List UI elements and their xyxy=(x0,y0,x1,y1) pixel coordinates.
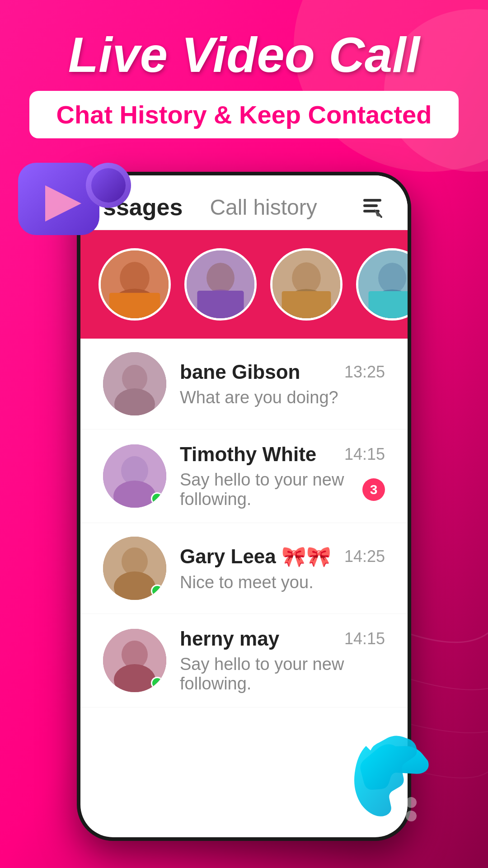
msg-preview-gary-leea: Nice to meet you. xyxy=(180,573,314,592)
msg-time-bane-gibson: 13:25 xyxy=(344,363,385,382)
msg-time-herny-may: 14:15 xyxy=(344,629,385,648)
online-indicator xyxy=(151,492,164,505)
msg-header: Gary Leea 🎀🎀 14:25 xyxy=(180,545,385,568)
subtitle-banner: Chat History & Keep Contacted xyxy=(29,91,459,138)
message-item[interactable]: Timothy White 14:15 Say hello to your ne… xyxy=(80,429,408,523)
msg-header: bane Gibson 13:25 xyxy=(180,361,385,383)
video-camera-icon xyxy=(9,145,136,262)
svg-point-33 xyxy=(122,547,148,576)
msg-preview-herny-may: Say hello to your new following. xyxy=(180,655,344,693)
svg-point-43 xyxy=(406,811,417,821)
svg-rect-8 xyxy=(363,204,378,207)
msg-content-herny-may: herny may 14:15 Say hello to your new fo… xyxy=(180,627,385,693)
svg-point-39 xyxy=(392,797,403,808)
svg-rect-7 xyxy=(363,199,381,202)
story-avatar-4[interactable] xyxy=(356,248,408,321)
svg-point-23 xyxy=(378,263,406,293)
main-title: Live Video Call xyxy=(0,27,488,82)
clear-icon[interactable] xyxy=(360,194,385,220)
avatar-herny-may xyxy=(103,629,166,692)
contact-name-bane-gibson: bane Gibson xyxy=(180,361,300,383)
svg-rect-17 xyxy=(197,291,244,318)
online-indicator xyxy=(151,677,164,689)
online-indicator xyxy=(151,585,164,597)
msg-time-timothy-white: 14:15 xyxy=(344,445,385,464)
message-item[interactable]: herny may 14:15 Say hello to your new fo… xyxy=(80,614,408,708)
msg-content-gary-leea: Gary Leea 🎀🎀 14:25 Nice to meet you. xyxy=(180,545,385,592)
svg-point-27 xyxy=(122,365,147,392)
message-list: bane Gibson 13:25 What are you doing? xyxy=(80,339,408,708)
story-avatar-2[interactable] xyxy=(184,248,257,321)
contact-name-gary-leea: Gary Leea 🎀🎀 xyxy=(180,545,331,568)
msg-header: herny may 14:15 xyxy=(180,627,385,650)
svg-point-6 xyxy=(91,168,126,203)
svg-point-40 xyxy=(406,797,417,808)
svg-rect-13 xyxy=(109,293,160,318)
contact-name-herny-may: herny may xyxy=(180,627,279,650)
svg-point-42 xyxy=(392,811,403,821)
msg-content-timothy-white: Timothy White 14:15 Say hello to your ne… xyxy=(180,443,385,509)
message-item[interactable]: Gary Leea 🎀🎀 14:25 Nice to meet you. xyxy=(80,523,408,614)
msg-preview-timothy-white: Say hello to your new following. xyxy=(180,470,356,509)
msg-header: Timothy White 14:15 xyxy=(180,443,385,466)
contact-name-timothy-white: Timothy White xyxy=(180,443,316,466)
svg-point-19 xyxy=(292,262,321,293)
tab-call-history[interactable]: Call history xyxy=(210,195,360,220)
avatar-timothy-white xyxy=(103,444,166,508)
msg-content-bane-gibson: bane Gibson 13:25 What are you doing? xyxy=(180,361,385,407)
header-section: Live Video Call Chat History & Keep Cont… xyxy=(0,27,488,138)
svg-rect-21 xyxy=(282,291,331,318)
phone-icon-decoration xyxy=(343,732,443,841)
story-avatar-3[interactable] xyxy=(270,248,343,321)
unread-badge-timothy-white: 3 xyxy=(362,478,385,501)
msg-time-gary-leea: 14:25 xyxy=(344,547,385,566)
avatar-bane-gibson xyxy=(103,352,166,415)
message-item[interactable]: bane Gibson 13:25 What are you doing? xyxy=(80,339,408,429)
svg-rect-25 xyxy=(369,291,408,318)
msg-preview-bane-gibson: What are you doing? xyxy=(180,388,338,407)
svg-point-15 xyxy=(206,263,235,293)
subtitle-text: Chat History & Keep Contacted xyxy=(56,100,432,129)
avatar-gary-leea xyxy=(103,537,166,600)
